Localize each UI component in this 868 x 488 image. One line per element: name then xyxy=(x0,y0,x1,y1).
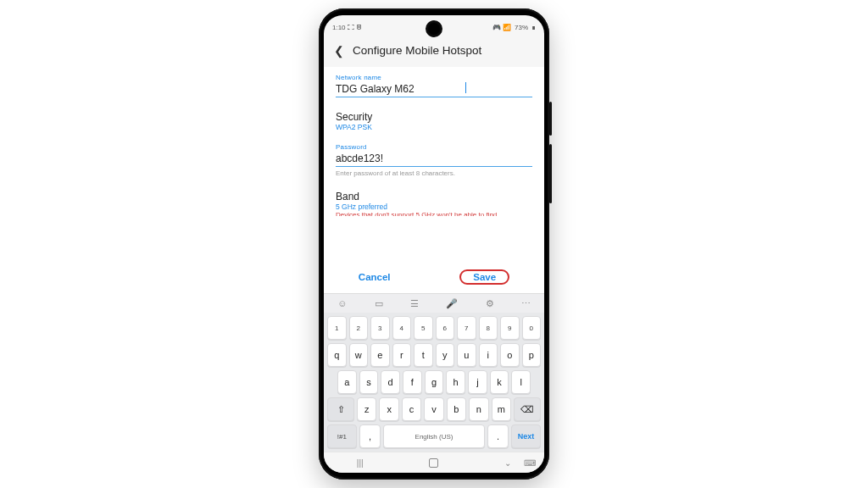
key-2[interactable]: 2 xyxy=(349,316,369,340)
key-1[interactable]: 1 xyxy=(327,316,347,340)
shift-key[interactable]: ⇧ xyxy=(327,397,354,421)
clipboard-icon[interactable]: ☰ xyxy=(410,298,419,309)
band-section[interactable]: Band 5 GHz preferred Devices that don't … xyxy=(336,182,532,221)
form-content: Network name TDG Galaxy M62 Security WPA… xyxy=(324,67,544,263)
key-u[interactable]: u xyxy=(457,343,476,367)
key-m[interactable]: m xyxy=(492,397,511,421)
emoji-icon[interactable]: ☺ xyxy=(337,298,347,308)
key-3[interactable]: 3 xyxy=(370,316,390,340)
key-0[interactable]: 0 xyxy=(522,316,542,340)
action-bar: Cancel Save xyxy=(324,263,544,293)
screen: 1:10 ⛶ ⛨ 🎮 📶73%∎ ❮ Configure Mobile Hots… xyxy=(324,15,544,473)
key-o[interactable]: o xyxy=(500,343,520,367)
password-section[interactable]: Password abcde123! Enter password of at … xyxy=(336,136,532,182)
band-value: 5 GHz preferred xyxy=(336,202,532,211)
key-5[interactable]: 5 xyxy=(414,316,433,340)
network-name-input[interactable]: TDG Galaxy M62 xyxy=(336,81,532,97)
cancel-button[interactable]: Cancel xyxy=(359,272,391,282)
status-left: 1:10 ⛶ ⛨ xyxy=(332,24,363,31)
camera-notch xyxy=(426,20,442,37)
key-row-4: ⇧ z x c v b n m ⌫ xyxy=(327,397,541,421)
key-row-3: a s d f g h j k l xyxy=(327,370,541,394)
power-button xyxy=(549,102,552,136)
key-6[interactable]: 6 xyxy=(436,316,455,340)
key-row-1: 1 2 3 4 5 6 7 8 9 0 xyxy=(327,316,541,340)
status-right: 🎮 📶73%∎ xyxy=(492,24,536,31)
key-h[interactable]: h xyxy=(446,370,465,394)
key-row-2: q w e r t y u i o p xyxy=(327,343,541,367)
key-y[interactable]: y xyxy=(436,343,455,367)
next-key[interactable]: Next xyxy=(511,424,541,448)
key-c[interactable]: c xyxy=(402,397,421,421)
key-x[interactable]: x xyxy=(379,397,398,421)
backspace-key[interactable]: ⌫ xyxy=(514,397,541,421)
key-i[interactable]: i xyxy=(479,343,498,367)
space-key[interactable]: English (US) xyxy=(383,424,484,448)
key-j[interactable]: j xyxy=(468,370,487,394)
password-input[interactable]: abcde123! xyxy=(336,151,532,167)
save-button[interactable]: Save xyxy=(473,272,496,282)
key-w[interactable]: w xyxy=(349,343,369,367)
key-g[interactable]: g xyxy=(425,370,444,394)
key-8[interactable]: 8 xyxy=(479,316,498,340)
key-b[interactable]: b xyxy=(447,397,466,421)
key-a[interactable]: a xyxy=(337,370,357,394)
save-highlight: Save xyxy=(459,269,509,285)
key-l[interactable]: l xyxy=(511,370,531,394)
network-name-label: Network name xyxy=(336,74,532,81)
keyboard-hide-icon[interactable]: ⌨ xyxy=(524,458,536,468)
symbols-key[interactable]: !#1 xyxy=(327,424,357,448)
settings-icon[interactable]: ⚙ xyxy=(486,298,494,309)
keyboard-toolbar: ☺ ▭ ☰ 🎤 ⚙ ⋯ xyxy=(324,293,544,313)
recents-button[interactable]: ||| xyxy=(357,458,364,468)
phone-frame: 1:10 ⛶ ⛨ 🎮 📶73%∎ ❮ Configure Mobile Hots… xyxy=(319,8,549,480)
password-hint: Enter password of at least 8 characters. xyxy=(336,169,532,177)
key-t[interactable]: t xyxy=(414,343,433,367)
network-name-section[interactable]: Network name TDG Galaxy M62 xyxy=(336,67,532,103)
back-button[interactable]: ⌄ xyxy=(504,458,511,468)
key-n[interactable]: n xyxy=(469,397,488,421)
key-r[interactable]: r xyxy=(392,343,412,367)
period-key[interactable]: . xyxy=(487,424,509,448)
key-k[interactable]: k xyxy=(490,370,509,394)
mic-icon[interactable]: 🎤 xyxy=(446,298,458,309)
security-label: Security xyxy=(336,109,532,123)
security-value: WPA2 PSK xyxy=(336,123,532,131)
password-label: Password xyxy=(336,143,532,151)
key-v[interactable]: v xyxy=(424,397,443,421)
comma-key[interactable]: , xyxy=(359,424,381,448)
sticker-icon[interactable]: ▭ xyxy=(375,298,383,309)
key-4[interactable]: 4 xyxy=(392,316,412,340)
key-d[interactable]: d xyxy=(381,370,400,394)
home-button[interactable] xyxy=(429,458,438,468)
more-icon[interactable]: ⋯ xyxy=(521,298,531,309)
key-s[interactable]: s xyxy=(359,370,379,394)
key-7[interactable]: 7 xyxy=(457,316,476,340)
band-label: Band xyxy=(336,189,532,202)
page-header: ❮ Configure Mobile Hotspot xyxy=(324,36,544,67)
key-9[interactable]: 9 xyxy=(500,316,520,340)
key-f[interactable]: f xyxy=(403,370,422,394)
back-icon[interactable]: ❮ xyxy=(334,45,344,57)
key-q[interactable]: q xyxy=(327,343,347,367)
keyboard: 1 2 3 4 5 6 7 8 9 0 q w e r t y u i o xyxy=(324,313,544,452)
key-e[interactable]: e xyxy=(370,343,390,367)
page-title: Configure Mobile Hotspot xyxy=(353,44,481,57)
security-section[interactable]: Security WPA2 PSK xyxy=(336,103,532,136)
key-p[interactable]: p xyxy=(522,343,542,367)
band-warning: Devices that don't support 5 GHz won't b… xyxy=(336,211,532,216)
key-z[interactable]: z xyxy=(357,397,376,421)
volume-button xyxy=(549,144,552,203)
key-row-5: !#1 , English (US) . Next xyxy=(327,424,541,448)
navigation-bar: ||| ⌄ ⌨ xyxy=(324,452,544,473)
